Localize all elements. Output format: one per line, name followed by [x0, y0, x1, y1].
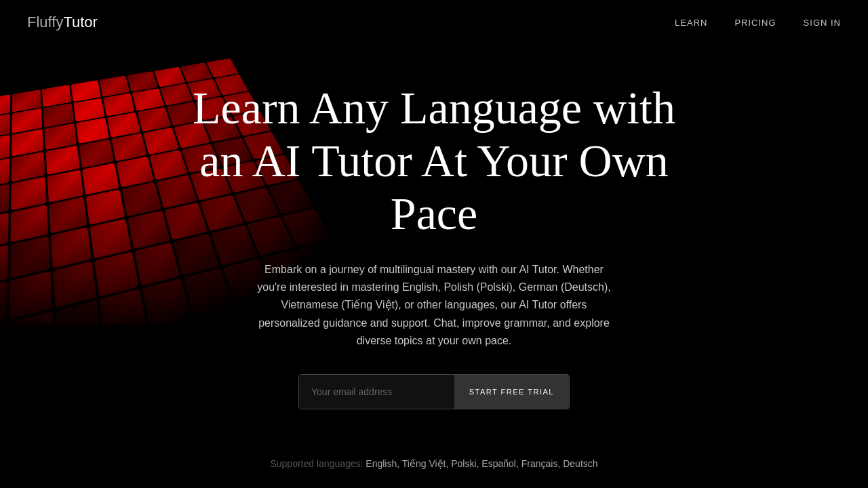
cta-container: START FREE TRIAL: [298, 374, 570, 409]
email-input[interactable]: [299, 375, 454, 409]
logo[interactable]: FluffyTutor: [27, 14, 98, 31]
logo-fluffy: Fluffy: [27, 14, 63, 30]
supported-label: Supported languages:: [270, 458, 363, 469]
nav-pricing[interactable]: PRICING: [734, 18, 776, 28]
nav-learn[interactable]: LEARN: [675, 18, 707, 28]
start-free-trial-button[interactable]: START FREE TRIAL: [454, 375, 569, 409]
languages-list: English, Tiếng Việt, Polski, Español, Fr…: [366, 458, 597, 469]
hero-description: Embark on a journey of multilingual mast…: [251, 261, 617, 350]
supported-languages: Supported languages: English, Tiếng Việt…: [0, 458, 868, 469]
navbar: FluffyTutor LEARN PRICING SIGN IN: [0, 0, 868, 45]
nav-links: LEARN PRICING SIGN IN: [675, 18, 841, 28]
hero-title: Learn Any Language with an AI Tutor At Y…: [180, 81, 688, 241]
main-content: Learn Any Language with an AI Tutor At Y…: [0, 41, 868, 436]
logo-tutor: Tutor: [63, 14, 98, 30]
nav-signin[interactable]: SIGN IN: [804, 18, 841, 28]
